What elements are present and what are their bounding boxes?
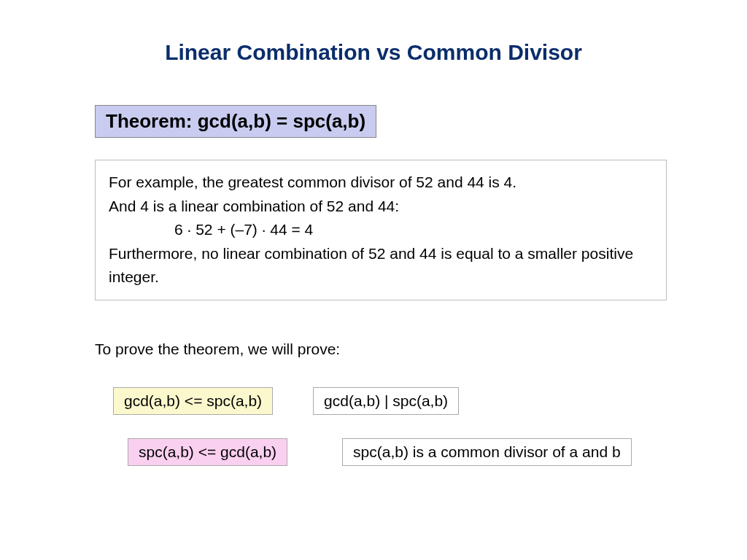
claim-spc-common-divisor: spc(a,b) is a common divisor of a and b	[342, 438, 632, 466]
example-line-2: And 4 is a linear combination of 52 and …	[109, 195, 653, 219]
example-line-3: Furthermore, no linear combination of 52…	[109, 242, 653, 289]
claim-row-2: spc(a,b) <= gcd(a,b) spc(a,b) is a commo…	[128, 438, 674, 466]
example-line-1: For example, the greatest common divisor…	[109, 171, 653, 195]
claim-spc-leq-gcd: spc(a,b) <= gcd(a,b)	[128, 438, 287, 466]
example-equation: 6 · 52 + (–7) · 44 = 4	[109, 218, 653, 242]
prove-intro: To prove the theorem, we will prove:	[95, 341, 674, 358]
example-box: For example, the greatest common divisor…	[95, 160, 667, 300]
claim-gcd-leq-spc: gcd(a,b) <= spc(a,b)	[113, 387, 273, 415]
claim-row-1: gcd(a,b) <= spc(a,b) gcd(a,b) | spc(a,b)	[113, 387, 674, 415]
slide-title: Linear Combination vs Common Divisor	[73, 40, 674, 65]
claim-gcd-divides-spc: gcd(a,b) | spc(a,b)	[313, 387, 459, 415]
theorem-box: Theorem: gcd(a,b) = spc(a,b)	[95, 105, 376, 138]
